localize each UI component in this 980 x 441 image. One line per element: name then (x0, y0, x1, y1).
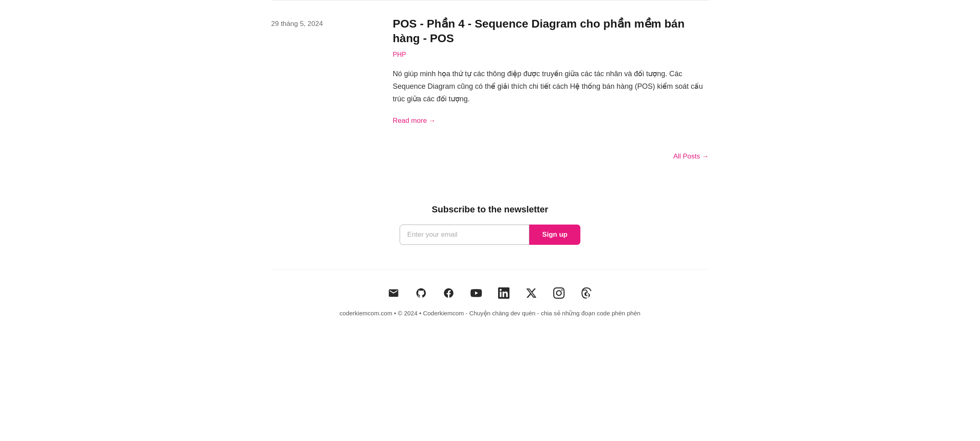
social-icons (271, 286, 709, 300)
section-divider (271, 0, 709, 0)
all-posts-row: All Posts → (271, 151, 709, 162)
footer-section: coderkiemcom.com • © 2024 • Coderkiemcom… (271, 269, 709, 330)
post-content: POS - Phần 4 - Sequence Diagram cho phần… (393, 17, 709, 126)
post-excerpt: Nó giúp minh họa thứ tự các thông điệp đ… (393, 68, 709, 105)
threads-icon (581, 287, 592, 299)
email-input[interactable] (400, 225, 529, 245)
github-icon (415, 287, 427, 299)
linkedin-icon (498, 287, 509, 299)
newsletter-section: Subscribe to the newsletter Sign up (271, 186, 709, 269)
post-title: POS - Phần 4 - Sequence Diagram cho phần… (393, 17, 709, 46)
post-date: 29 tháng 5, 2024 (271, 17, 360, 126)
newsletter-title: Subscribe to the newsletter (271, 202, 709, 216)
newsletter-form: Sign up (271, 225, 709, 245)
github-social-link[interactable] (414, 286, 428, 300)
footer-copyright: coderkiemcom.com • © 2024 • Coderkiemcom… (271, 308, 709, 318)
instagram-social-link[interactable] (552, 286, 566, 300)
instagram-icon (553, 287, 565, 299)
facebook-social-link[interactable] (441, 286, 456, 300)
threads-social-link[interactable] (579, 286, 594, 300)
youtube-icon (471, 287, 482, 299)
post-category: PHP (393, 49, 709, 60)
signup-button[interactable]: Sign up (529, 225, 580, 245)
email-icon (388, 287, 399, 299)
post-entry: 29 tháng 5, 2024 POS - Phần 4 - Sequence… (271, 17, 709, 126)
read-more-link[interactable]: Read more → (393, 117, 436, 124)
email-social-link[interactable] (386, 286, 401, 300)
youtube-social-link[interactable] (469, 286, 484, 300)
twitter-social-link[interactable] (524, 286, 539, 300)
facebook-icon (443, 287, 454, 299)
twitter-icon (526, 287, 537, 299)
all-posts-link[interactable]: All Posts → (673, 151, 709, 162)
linkedin-social-link[interactable] (496, 286, 511, 300)
